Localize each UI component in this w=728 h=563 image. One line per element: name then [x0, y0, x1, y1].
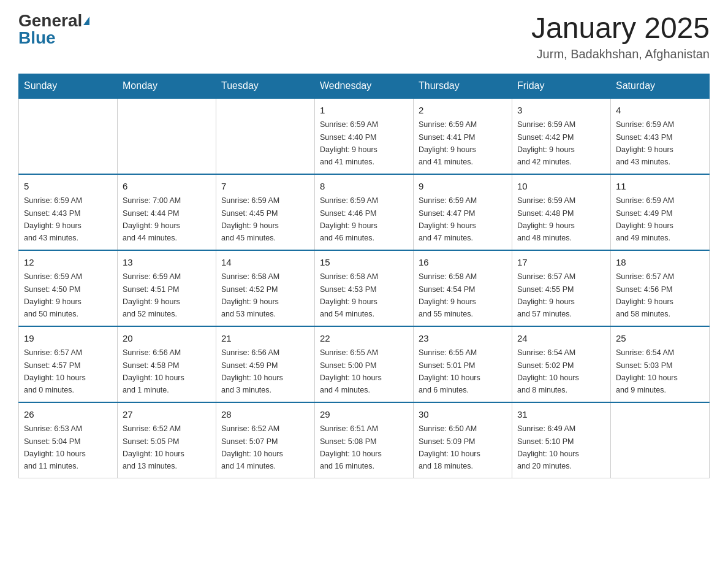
header: General Blue January 2025 Jurm, Badakhsh… [18, 12, 710, 61]
day-info: Sunrise: 6:59 AM Sunset: 4:45 PM Dayligh… [221, 196, 279, 242]
calendar-cell: 1Sunrise: 6:59 AM Sunset: 4:40 PM Daylig… [315, 98, 414, 174]
day-number: 10 [517, 180, 605, 194]
day-number: 11 [616, 180, 704, 194]
day-info: Sunrise: 6:59 AM Sunset: 4:46 PM Dayligh… [320, 196, 378, 242]
page-title: January 2025 [531, 12, 710, 45]
calendar-cell: 6Sunrise: 7:00 AM Sunset: 4:44 PM Daylig… [118, 174, 216, 250]
calendar-cell: 26Sunrise: 6:53 AM Sunset: 5:04 PM Dayli… [19, 402, 118, 478]
day-number: 8 [320, 180, 408, 194]
day-info: Sunrise: 6:59 AM Sunset: 4:41 PM Dayligh… [419, 120, 477, 166]
calendar-cell: 29Sunrise: 6:51 AM Sunset: 5:08 PM Dayli… [315, 402, 414, 478]
calendar-cell: 20Sunrise: 6:56 AM Sunset: 4:58 PM Dayli… [118, 326, 216, 402]
day-info: Sunrise: 6:49 AM Sunset: 5:10 PM Dayligh… [517, 424, 579, 470]
day-number: 23 [419, 332, 507, 346]
day-info: Sunrise: 6:59 AM Sunset: 4:51 PM Dayligh… [123, 272, 181, 318]
calendar-cell: 24Sunrise: 6:54 AM Sunset: 5:02 PM Dayli… [512, 326, 611, 402]
day-number: 3 [517, 104, 605, 118]
day-info: Sunrise: 6:52 AM Sunset: 5:07 PM Dayligh… [221, 424, 283, 470]
logo: General Blue [18, 12, 89, 47]
day-number: 22 [320, 332, 408, 346]
day-info: Sunrise: 6:57 AM Sunset: 4:57 PM Dayligh… [24, 348, 86, 394]
day-number: 2 [419, 104, 507, 118]
day-number: 25 [616, 332, 704, 346]
day-number: 27 [123, 408, 211, 422]
day-info: Sunrise: 6:52 AM Sunset: 5:05 PM Dayligh… [123, 424, 184, 470]
calendar-header: SundayMondayTuesdayWednesdayThursdayFrid… [19, 74, 710, 98]
day-info: Sunrise: 6:58 AM Sunset: 4:54 PM Dayligh… [419, 272, 477, 318]
calendar-cell: 28Sunrise: 6:52 AM Sunset: 5:07 PM Dayli… [216, 402, 315, 478]
calendar-cell [118, 98, 216, 174]
calendar-cell: 23Sunrise: 6:55 AM Sunset: 5:01 PM Dayli… [414, 326, 512, 402]
calendar-cell: 21Sunrise: 6:56 AM Sunset: 4:59 PM Dayli… [216, 326, 315, 402]
day-number: 7 [221, 180, 309, 194]
calendar-header-cell: Monday [118, 74, 216, 98]
calendar-cell: 10Sunrise: 6:59 AM Sunset: 4:48 PM Dayli… [512, 174, 611, 250]
calendar-cell: 2Sunrise: 6:59 AM Sunset: 4:41 PM Daylig… [414, 98, 512, 174]
day-number: 28 [221, 408, 309, 422]
calendar-cell: 16Sunrise: 6:58 AM Sunset: 4:54 PM Dayli… [414, 250, 512, 326]
day-number: 1 [320, 104, 408, 118]
calendar-cell: 22Sunrise: 6:55 AM Sunset: 5:00 PM Dayli… [315, 326, 414, 402]
calendar-cell: 27Sunrise: 6:52 AM Sunset: 5:05 PM Dayli… [118, 402, 216, 478]
calendar-cell: 14Sunrise: 6:58 AM Sunset: 4:52 PM Dayli… [216, 250, 315, 326]
day-number: 12 [24, 256, 112, 270]
calendar-cell: 30Sunrise: 6:50 AM Sunset: 5:09 PM Dayli… [414, 402, 512, 478]
logo-triangle-icon [83, 17, 89, 25]
calendar-header-cell: Wednesday [315, 74, 414, 98]
calendar-cell [611, 402, 710, 478]
day-number: 29 [320, 408, 408, 422]
calendar-cell: 7Sunrise: 6:59 AM Sunset: 4:45 PM Daylig… [216, 174, 315, 250]
day-number: 15 [320, 256, 408, 270]
page-subtitle: Jurm, Badakhshan, Afghanistan [531, 47, 710, 61]
calendar-cell: 31Sunrise: 6:49 AM Sunset: 5:10 PM Dayli… [512, 402, 611, 478]
day-number: 24 [517, 332, 605, 346]
calendar-cell: 8Sunrise: 6:59 AM Sunset: 4:46 PM Daylig… [315, 174, 414, 250]
day-info: Sunrise: 7:00 AM Sunset: 4:44 PM Dayligh… [123, 196, 181, 242]
day-number: 30 [419, 408, 507, 422]
day-info: Sunrise: 6:56 AM Sunset: 4:58 PM Dayligh… [123, 348, 184, 394]
calendar-header-cell: Sunday [19, 74, 118, 98]
day-number: 20 [123, 332, 211, 346]
day-info: Sunrise: 6:50 AM Sunset: 5:09 PM Dayligh… [419, 424, 480, 470]
day-info: Sunrise: 6:55 AM Sunset: 5:01 PM Dayligh… [419, 348, 480, 394]
logo-general-text: General [18, 12, 82, 29]
day-number: 6 [123, 180, 211, 194]
calendar-header-cell: Saturday [611, 74, 710, 98]
day-number: 18 [616, 256, 704, 270]
day-info: Sunrise: 6:54 AM Sunset: 5:02 PM Dayligh… [517, 348, 579, 394]
day-info: Sunrise: 6:58 AM Sunset: 4:52 PM Dayligh… [221, 272, 279, 318]
day-number: 21 [221, 332, 309, 346]
calendar-cell: 17Sunrise: 6:57 AM Sunset: 4:55 PM Dayli… [512, 250, 611, 326]
day-number: 9 [419, 180, 507, 194]
day-number: 16 [419, 256, 507, 270]
calendar-cell [216, 98, 315, 174]
calendar-cell: 12Sunrise: 6:59 AM Sunset: 4:50 PM Dayli… [19, 250, 118, 326]
calendar-cell: 18Sunrise: 6:57 AM Sunset: 4:56 PM Dayli… [611, 250, 710, 326]
day-info: Sunrise: 6:59 AM Sunset: 4:49 PM Dayligh… [616, 196, 674, 242]
calendar-cell: 25Sunrise: 6:54 AM Sunset: 5:03 PM Dayli… [611, 326, 710, 402]
day-info: Sunrise: 6:53 AM Sunset: 5:04 PM Dayligh… [24, 424, 86, 470]
day-info: Sunrise: 6:59 AM Sunset: 4:50 PM Dayligh… [24, 272, 82, 318]
calendar-header-cell: Thursday [414, 74, 512, 98]
calendar-table: SundayMondayTuesdayWednesdayThursdayFrid… [18, 74, 710, 478]
day-number: 4 [616, 104, 704, 118]
day-number: 14 [221, 256, 309, 270]
day-info: Sunrise: 6:57 AM Sunset: 4:56 PM Dayligh… [616, 272, 674, 318]
day-info: Sunrise: 6:59 AM Sunset: 4:47 PM Dayligh… [419, 196, 477, 242]
day-info: Sunrise: 6:58 AM Sunset: 4:53 PM Dayligh… [320, 272, 378, 318]
calendar-cell [19, 98, 118, 174]
day-number: 5 [24, 180, 112, 194]
day-info: Sunrise: 6:59 AM Sunset: 4:42 PM Dayligh… [517, 120, 575, 166]
day-info: Sunrise: 6:54 AM Sunset: 5:03 PM Dayligh… [616, 348, 678, 394]
day-info: Sunrise: 6:51 AM Sunset: 5:08 PM Dayligh… [320, 424, 382, 470]
calendar-cell: 15Sunrise: 6:58 AM Sunset: 4:53 PM Dayli… [315, 250, 414, 326]
calendar-header-cell: Friday [512, 74, 611, 98]
day-info: Sunrise: 6:59 AM Sunset: 4:48 PM Dayligh… [517, 196, 575, 242]
calendar-cell: 9Sunrise: 6:59 AM Sunset: 4:47 PM Daylig… [414, 174, 512, 250]
day-info: Sunrise: 6:57 AM Sunset: 4:55 PM Dayligh… [517, 272, 575, 318]
day-number: 31 [517, 408, 605, 422]
calendar-cell: 3Sunrise: 6:59 AM Sunset: 4:42 PM Daylig… [512, 98, 611, 174]
calendar-header-cell: Tuesday [216, 74, 315, 98]
day-number: 17 [517, 256, 605, 270]
day-info: Sunrise: 6:59 AM Sunset: 4:43 PM Dayligh… [616, 120, 674, 166]
